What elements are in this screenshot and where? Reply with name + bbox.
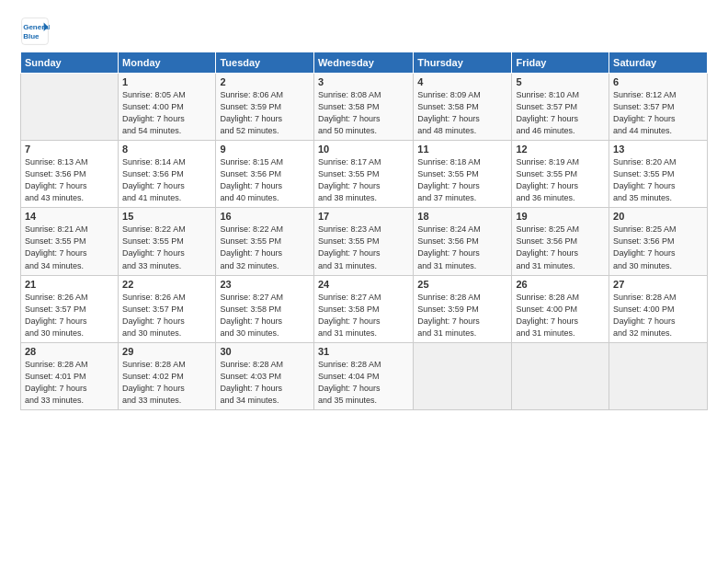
calendar-cell: 2Sunrise: 8:06 AM Sunset: 3:59 PM Daylig… <box>216 74 314 141</box>
day-info: Sunrise: 8:26 AM Sunset: 3:57 PM Dayligh… <box>122 292 211 339</box>
calendar-cell: 18Sunrise: 8:24 AM Sunset: 3:56 PM Dayli… <box>414 208 512 275</box>
calendar-header-sunday: Sunday <box>21 52 119 74</box>
day-info: Sunrise: 8:27 AM Sunset: 3:58 PM Dayligh… <box>220 292 310 339</box>
calendar-cell: 11Sunrise: 8:18 AM Sunset: 3:55 PM Dayli… <box>414 141 512 208</box>
day-number: 10 <box>318 144 409 155</box>
calendar-cell: 17Sunrise: 8:23 AM Sunset: 3:55 PM Dayli… <box>313 208 413 275</box>
day-info: Sunrise: 8:10 AM Sunset: 3:57 PM Dayligh… <box>516 89 605 137</box>
day-number: 23 <box>220 279 310 290</box>
calendar-cell: 25Sunrise: 8:28 AM Sunset: 3:59 PM Dayli… <box>414 275 512 342</box>
calendar-cell: 5Sunrise: 8:10 AM Sunset: 3:57 PM Daylig… <box>512 74 609 141</box>
day-info: Sunrise: 8:15 AM Sunset: 3:56 PM Dayligh… <box>220 156 310 204</box>
day-number: 6 <box>613 76 703 87</box>
calendar-cell: 1Sunrise: 8:05 AM Sunset: 4:00 PM Daylig… <box>119 74 216 141</box>
day-info: Sunrise: 8:14 AM Sunset: 3:56 PM Dayligh… <box>122 156 211 204</box>
day-info: Sunrise: 8:20 AM Sunset: 3:55 PM Dayligh… <box>613 156 703 204</box>
calendar-cell: 23Sunrise: 8:27 AM Sunset: 3:58 PM Dayli… <box>216 275 314 342</box>
day-info: Sunrise: 8:26 AM Sunset: 3:57 PM Dayligh… <box>25 292 114 339</box>
day-info: Sunrise: 8:24 AM Sunset: 3:56 PM Dayligh… <box>417 224 507 271</box>
calendar-header-row: SundayMondayTuesdayWednesdayThursdayFrid… <box>21 52 708 74</box>
calendar-cell: 26Sunrise: 8:28 AM Sunset: 4:00 PM Dayli… <box>512 275 609 342</box>
calendar-cell: 20Sunrise: 8:25 AM Sunset: 3:56 PM Dayli… <box>609 208 708 275</box>
calendar-cell: 9Sunrise: 8:15 AM Sunset: 3:56 PM Daylig… <box>216 141 314 208</box>
calendar-week-5: 28Sunrise: 8:28 AM Sunset: 4:01 PM Dayli… <box>21 342 708 409</box>
calendar-cell: 30Sunrise: 8:28 AM Sunset: 4:03 PM Dayli… <box>216 342 314 409</box>
calendar-header-tuesday: Tuesday <box>216 52 314 74</box>
calendar-cell: 8Sunrise: 8:14 AM Sunset: 3:56 PM Daylig… <box>119 141 216 208</box>
day-number: 2 <box>220 76 310 87</box>
calendar-cell: 29Sunrise: 8:28 AM Sunset: 4:02 PM Dayli… <box>119 342 216 409</box>
day-info: Sunrise: 8:28 AM Sunset: 4:02 PM Dayligh… <box>122 359 211 407</box>
calendar-cell: 6Sunrise: 8:12 AM Sunset: 3:57 PM Daylig… <box>609 74 708 141</box>
calendar-cell: 7Sunrise: 8:13 AM Sunset: 3:56 PM Daylig… <box>21 141 119 208</box>
calendar-cell: 19Sunrise: 8:25 AM Sunset: 3:56 PM Dayli… <box>512 208 609 275</box>
day-number: 31 <box>318 346 409 357</box>
calendar-header-wednesday: Wednesday <box>313 52 413 74</box>
day-info: Sunrise: 8:22 AM Sunset: 3:55 PM Dayligh… <box>220 224 310 271</box>
calendar-week-2: 7Sunrise: 8:13 AM Sunset: 3:56 PM Daylig… <box>21 141 708 208</box>
day-number: 27 <box>613 279 703 290</box>
day-number: 26 <box>516 279 605 290</box>
day-number: 29 <box>122 346 211 357</box>
day-number: 30 <box>220 346 310 357</box>
calendar-cell: 16Sunrise: 8:22 AM Sunset: 3:55 PM Dayli… <box>216 208 314 275</box>
calendar-cell: 4Sunrise: 8:09 AM Sunset: 3:58 PM Daylig… <box>414 74 512 141</box>
day-number: 28 <box>25 346 114 357</box>
calendar-cell: 27Sunrise: 8:28 AM Sunset: 4:00 PM Dayli… <box>609 275 708 342</box>
calendar-cell <box>414 342 512 409</box>
day-info: Sunrise: 8:22 AM Sunset: 3:55 PM Dayligh… <box>122 224 211 271</box>
calendar-header-saturday: Saturday <box>609 52 708 74</box>
calendar-cell: 22Sunrise: 8:26 AM Sunset: 3:57 PM Dayli… <box>119 275 216 342</box>
calendar-cell: 14Sunrise: 8:21 AM Sunset: 3:55 PM Dayli… <box>21 208 119 275</box>
day-info: Sunrise: 8:28 AM Sunset: 4:01 PM Dayligh… <box>25 359 114 407</box>
calendar-header-thursday: Thursday <box>414 52 512 74</box>
calendar-cell <box>609 342 708 409</box>
day-info: Sunrise: 8:13 AM Sunset: 3:56 PM Dayligh… <box>25 156 114 204</box>
calendar-cell: 12Sunrise: 8:19 AM Sunset: 3:55 PM Dayli… <box>512 141 609 208</box>
day-number: 21 <box>25 279 114 290</box>
calendar-header-monday: Monday <box>119 52 216 74</box>
svg-text:Blue: Blue <box>23 32 40 40</box>
day-number: 9 <box>220 144 310 155</box>
calendar-cell: 15Sunrise: 8:22 AM Sunset: 3:55 PM Dayli… <box>119 208 216 275</box>
day-info: Sunrise: 8:12 AM Sunset: 3:57 PM Dayligh… <box>613 89 703 137</box>
day-info: Sunrise: 8:28 AM Sunset: 4:00 PM Dayligh… <box>613 292 703 339</box>
day-info: Sunrise: 8:25 AM Sunset: 3:56 PM Dayligh… <box>613 224 703 271</box>
calendar-cell: 10Sunrise: 8:17 AM Sunset: 3:55 PM Dayli… <box>313 141 413 208</box>
calendar-cell: 21Sunrise: 8:26 AM Sunset: 3:57 PM Dayli… <box>21 275 119 342</box>
day-number: 24 <box>318 279 409 290</box>
day-number: 3 <box>318 76 409 87</box>
day-info: Sunrise: 8:19 AM Sunset: 3:55 PM Dayligh… <box>516 156 605 204</box>
day-info: Sunrise: 8:17 AM Sunset: 3:55 PM Dayligh… <box>318 156 409 204</box>
calendar-week-3: 14Sunrise: 8:21 AM Sunset: 3:55 PM Dayli… <box>21 208 708 275</box>
calendar-table: SundayMondayTuesdayWednesdayThursdayFrid… <box>20 52 708 410</box>
day-info: Sunrise: 8:28 AM Sunset: 3:59 PM Dayligh… <box>417 292 507 339</box>
day-info: Sunrise: 8:06 AM Sunset: 3:59 PM Dayligh… <box>220 89 310 137</box>
day-number: 25 <box>417 279 507 290</box>
calendar-cell <box>21 74 119 141</box>
day-info: Sunrise: 8:28 AM Sunset: 4:03 PM Dayligh… <box>220 359 310 407</box>
day-number: 19 <box>516 211 605 222</box>
day-number: 15 <box>122 211 211 222</box>
calendar-header-friday: Friday <box>512 52 609 74</box>
header: General Blue <box>20 17 708 46</box>
calendar-week-1: 1Sunrise: 8:05 AM Sunset: 4:00 PM Daylig… <box>21 74 708 141</box>
day-number: 17 <box>318 211 409 222</box>
day-number: 8 <box>122 144 211 155</box>
day-info: Sunrise: 8:09 AM Sunset: 3:58 PM Dayligh… <box>417 89 507 137</box>
day-info: Sunrise: 8:28 AM Sunset: 4:04 PM Dayligh… <box>318 359 409 407</box>
calendar-cell: 31Sunrise: 8:28 AM Sunset: 4:04 PM Dayli… <box>313 342 413 409</box>
day-number: 22 <box>122 279 211 290</box>
day-info: Sunrise: 8:27 AM Sunset: 3:58 PM Dayligh… <box>318 292 409 339</box>
day-number: 11 <box>417 144 507 155</box>
calendar-cell: 24Sunrise: 8:27 AM Sunset: 3:58 PM Dayli… <box>313 275 413 342</box>
day-info: Sunrise: 8:05 AM Sunset: 4:00 PM Dayligh… <box>122 89 211 137</box>
day-info: Sunrise: 8:21 AM Sunset: 3:55 PM Dayligh… <box>25 224 114 271</box>
day-number: 4 <box>417 76 507 87</box>
day-number: 18 <box>417 211 507 222</box>
day-info: Sunrise: 8:23 AM Sunset: 3:55 PM Dayligh… <box>318 224 409 271</box>
day-info: Sunrise: 8:18 AM Sunset: 3:55 PM Dayligh… <box>417 156 507 204</box>
day-number: 13 <box>613 144 703 155</box>
day-info: Sunrise: 8:08 AM Sunset: 3:58 PM Dayligh… <box>318 89 409 137</box>
day-number: 16 <box>220 211 310 222</box>
